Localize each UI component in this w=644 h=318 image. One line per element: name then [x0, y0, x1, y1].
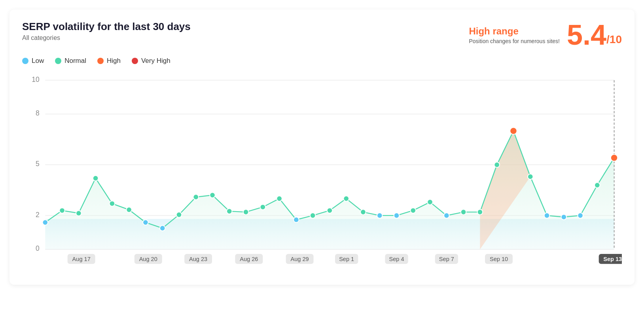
dot-15	[294, 217, 299, 223]
range-label-block: High range Position changes for numerous…	[469, 26, 560, 44]
dot-21	[394, 213, 400, 218]
dot-18	[343, 196, 349, 201]
legend-item-normal: Normal	[55, 57, 86, 65]
dot-19	[360, 209, 366, 215]
dot-34-high	[611, 154, 617, 161]
date-label-aug29: Aug 29	[291, 256, 309, 262]
date-label-sep4: Sep 4	[389, 256, 404, 262]
date-label-sep10: Sep 10	[490, 256, 508, 262]
date-label-aug17: Aug 17	[72, 256, 91, 262]
date-label-aug26: Aug 26	[240, 256, 258, 262]
dot-17	[327, 208, 333, 213]
svg-text:2: 2	[36, 211, 40, 219]
legend-label-normal: Normal	[64, 57, 86, 65]
dot-31	[561, 214, 566, 220]
subtitle: All categories	[22, 34, 191, 42]
legend-label-very-high: Very High	[141, 57, 170, 65]
dot-4	[110, 201, 115, 206]
dot-3	[93, 176, 98, 181]
date-label-aug20: Aug 20	[139, 256, 157, 262]
score-block: High range Position changes for numerous…	[469, 21, 622, 49]
dot-13	[260, 204, 266, 210]
legend-label-high: High	[107, 57, 121, 65]
legend-item-low: Low	[22, 57, 44, 65]
dot-11	[227, 208, 232, 214]
score-denom: /10	[606, 33, 622, 46]
dot-16	[310, 213, 316, 218]
date-label-sep13: Sep 13	[603, 256, 622, 262]
dot-20	[377, 213, 383, 218]
svg-text:10: 10	[32, 76, 40, 83]
dot-30	[544, 213, 550, 218]
main-title: SERP volatility for the last 30 days	[22, 21, 191, 33]
dot-7	[160, 225, 165, 231]
legend-dot-high	[97, 58, 104, 64]
legend-row: Low Normal High Very High	[22, 57, 622, 65]
dot-6	[143, 220, 148, 225]
dot-1	[59, 208, 65, 213]
score-display: 5.4 /10	[567, 21, 622, 49]
legend-dot-low	[22, 58, 28, 64]
dot-8	[176, 212, 182, 218]
dot-33	[595, 182, 600, 188]
dot-29	[528, 174, 533, 180]
svg-text:0: 0	[36, 244, 40, 252]
legend-item-very-high: Very High	[132, 57, 170, 65]
serp-volatility-card: SERP volatility for the last 30 days All…	[9, 9, 635, 285]
dot-2	[76, 210, 81, 216]
title-block: SERP volatility for the last 30 days All…	[22, 21, 191, 42]
dot-32	[578, 213, 583, 218]
legend-item-high: High	[97, 57, 121, 65]
date-label-aug23: Aug 23	[189, 256, 207, 262]
dot-5	[126, 207, 132, 212]
svg-text:8: 8	[36, 109, 40, 117]
dot-24	[444, 213, 449, 218]
legend-label-low: Low	[32, 57, 44, 65]
dot-0	[43, 220, 48, 225]
header-row: SERP volatility for the last 30 days All…	[22, 21, 622, 49]
dot-28-high	[510, 127, 517, 134]
range-desc: Position changes for numerous sites!	[469, 38, 560, 44]
dot-9	[193, 194, 199, 200]
dot-10	[210, 193, 215, 198]
date-label-sep7: Sep 7	[439, 256, 454, 262]
dot-14	[277, 196, 282, 201]
svg-text:5: 5	[36, 160, 40, 168]
chart-container: 0 2 5 8 10	[22, 70, 622, 275]
dot-25	[461, 209, 466, 215]
dot-27	[494, 162, 500, 168]
legend-dot-very-high	[132, 58, 138, 64]
chart-svg: 0 2 5 8 10	[22, 70, 622, 275]
range-label: High range	[469, 26, 560, 37]
dot-23	[427, 199, 433, 205]
chart-area-fill	[45, 131, 614, 249]
dot-12	[243, 209, 249, 215]
score-value: 5.4	[567, 21, 606, 49]
date-label-sep1: Sep 1	[339, 256, 354, 262]
legend-dot-normal	[55, 58, 61, 64]
dot-22	[411, 208, 416, 213]
dot-26	[477, 209, 483, 215]
